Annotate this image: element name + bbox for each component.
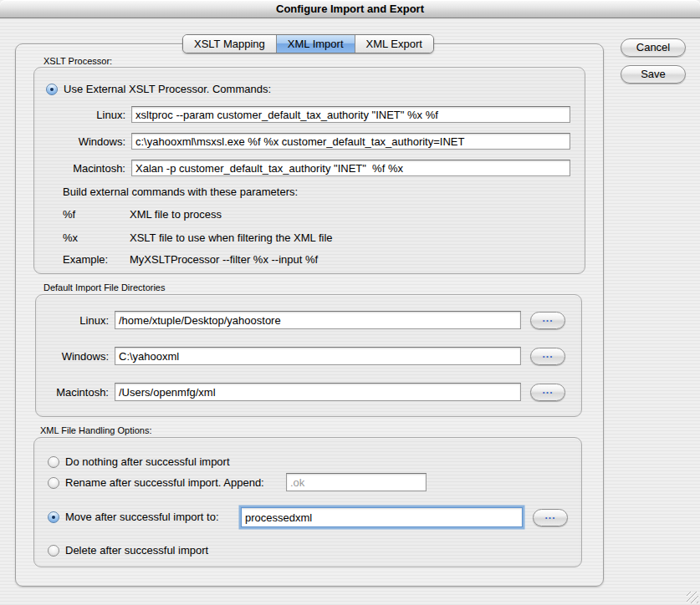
macintosh-dir-input[interactable] [115,383,521,401]
windows-dir-label: Windows: [42,350,109,363]
param-x-desc: XSLT file to use when filtering the XML … [130,231,333,244]
resize-grip-icon[interactable] [687,592,698,603]
param-example-desc: MyXSLTProcessor --filter %x --input %f [130,253,318,266]
rename-append-input[interactable] [286,473,427,491]
directories-group-label: Default Import File Directories [43,282,166,292]
linux-dir-browse-button[interactable]: ... [530,312,565,329]
radio-use-external-xslt-label: Use External XSLT Processor. Commands: [64,83,271,95]
windows-dir-input[interactable] [115,347,521,365]
radio-do-nothing[interactable]: Do nothing after successful import [48,455,230,468]
param-x-token: %x [63,231,78,244]
param-example-token: Example: [63,253,108,266]
tab-xml-export[interactable]: XML Export [355,35,433,53]
move-destination-browse-button[interactable]: ... [533,509,568,526]
move-destination-input[interactable] [241,507,523,527]
tab-xslt-mapping[interactable]: XSLT Mapping [183,35,276,53]
radio-selected-icon [46,84,58,95]
save-button[interactable]: Save [621,65,686,84]
linux-dir-input[interactable] [115,311,521,329]
radio-use-external-xslt[interactable]: Use External XSLT Processor. Commands: [46,83,271,95]
file-handling-group-label: XML File Handling Options: [40,425,152,435]
radio-unselected-icon [48,456,59,468]
cancel-button[interactable]: Cancel [621,38,686,57]
macintosh-command-label: Macintosh: [46,162,125,175]
linux-dir-label: Linux: [42,314,109,327]
title-bar[interactable]: Configure Import and Export [0,0,700,18]
radio-rename[interactable]: Rename after successful import. Append: [48,476,264,489]
radio-delete[interactable]: Delete after successful import [48,544,208,557]
radio-move-label: Move after successful import to: [65,511,219,523]
params-intro-text: Build external commands with these param… [63,186,298,198]
macintosh-command-input[interactable] [131,160,570,176]
radio-rename-label: Rename after successful import. Append: [65,476,264,489]
radio-move[interactable]: Move after successful import to: [48,511,219,523]
radio-selected-icon [48,511,59,523]
windows-command-label: Windows: [46,135,125,148]
xslt-processor-group-label: XSLT Processor: [43,56,112,66]
radio-do-nothing-label: Do nothing after successful import [65,455,230,468]
macintosh-dir-browse-button[interactable]: ... [530,384,565,401]
linux-command-input[interactable] [131,106,570,123]
radio-unselected-icon [48,477,59,489]
tab-xml-import[interactable]: XML Import [276,35,355,53]
windows-dir-browse-button[interactable]: ... [530,348,565,365]
radio-unselected-icon [48,545,59,557]
radio-delete-label: Delete after successful import [65,544,208,557]
linux-command-label: Linux: [46,109,125,121]
window-title: Configure Import and Export [276,3,424,15]
param-f-token: %f [63,208,75,221]
tab-bar: XSLT Mapping XML Import XML Export [182,34,434,53]
configure-import-export-window: { "window": { "title": "Configure Import… [0,0,700,605]
windows-command-input[interactable] [131,133,570,150]
param-f-desc: XML file to process [130,208,222,221]
macintosh-dir-label: Macintosh: [42,386,109,399]
